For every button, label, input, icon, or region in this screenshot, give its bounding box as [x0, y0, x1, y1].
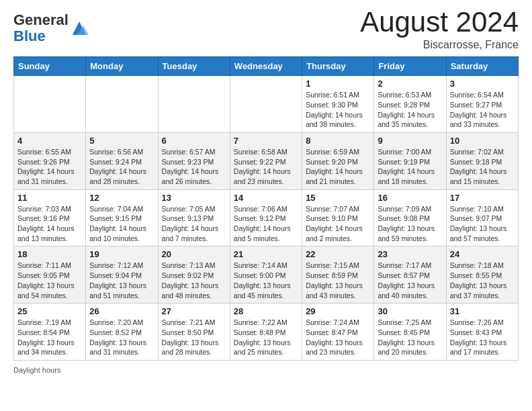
- day-number: 21: [234, 249, 298, 259]
- calendar-cell: 16Sunrise: 7:09 AM Sunset: 9:08 PM Dayli…: [374, 189, 446, 246]
- calendar-cell: 1Sunrise: 6:51 AM Sunset: 9:30 PM Daylig…: [302, 76, 374, 133]
- day-info: Sunrise: 7:11 AM Sunset: 9:05 PM Dayligh…: [17, 261, 82, 300]
- calendar-cell: 30Sunrise: 7:25 AM Sunset: 8:45 PM Dayli…: [374, 304, 446, 361]
- calendar-cell: 28Sunrise: 7:22 AM Sunset: 8:48 PM Dayli…: [230, 304, 302, 361]
- daylight-label: Daylight hours: [13, 366, 60, 374]
- calendar-cell: 3Sunrise: 6:54 AM Sunset: 9:27 PM Daylig…: [446, 76, 518, 133]
- day-number: 16: [378, 193, 442, 203]
- calendar-cell: [14, 76, 86, 133]
- calendar-cell: 10Sunrise: 7:02 AM Sunset: 9:18 PM Dayli…: [446, 132, 518, 189]
- calendar-cell: 11Sunrise: 7:03 AM Sunset: 9:16 PM Dayli…: [14, 189, 86, 246]
- day-info: Sunrise: 6:51 AM Sunset: 9:30 PM Dayligh…: [306, 90, 370, 130]
- day-info: Sunrise: 7:06 AM Sunset: 9:12 PM Dayligh…: [234, 204, 298, 244]
- day-of-week-header: Monday: [86, 57, 158, 76]
- location-title: Biscarrosse, France: [360, 39, 519, 51]
- day-info: Sunrise: 7:07 AM Sunset: 9:10 PM Dayligh…: [306, 204, 370, 244]
- day-number: 13: [162, 193, 226, 203]
- day-number: 27: [162, 306, 226, 316]
- day-info: Sunrise: 7:21 AM Sunset: 8:50 PM Dayligh…: [162, 318, 226, 357]
- calendar-table: SundayMondayTuesdayWednesdayThursdayFrid…: [13, 56, 519, 361]
- calendar-week-row: 25Sunrise: 7:19 AM Sunset: 8:54 PM Dayli…: [14, 304, 519, 361]
- calendar-cell: 14Sunrise: 7:06 AM Sunset: 9:12 PM Dayli…: [230, 189, 302, 246]
- day-info: Sunrise: 7:12 AM Sunset: 9:04 PM Dayligh…: [89, 261, 154, 300]
- day-info: Sunrise: 7:20 AM Sunset: 8:52 PM Dayligh…: [89, 318, 154, 357]
- day-info: Sunrise: 7:14 AM Sunset: 9:00 PM Dayligh…: [234, 261, 298, 300]
- day-number: 17: [450, 193, 515, 203]
- calendar-cell: 5Sunrise: 6:56 AM Sunset: 9:24 PM Daylig…: [86, 132, 158, 189]
- day-of-week-header: Wednesday: [230, 57, 302, 76]
- day-number: 4: [17, 136, 82, 146]
- day-number: 15: [306, 193, 370, 203]
- day-number: 25: [17, 306, 82, 316]
- calendar-cell: 18Sunrise: 7:11 AM Sunset: 9:05 PM Dayli…: [14, 246, 86, 304]
- calendar-cell: 15Sunrise: 7:07 AM Sunset: 9:10 PM Dayli…: [302, 189, 374, 246]
- day-number: 29: [306, 306, 370, 316]
- day-number: 11: [17, 193, 82, 203]
- calendar-cell: 2Sunrise: 6:53 AM Sunset: 9:28 PM Daylig…: [374, 76, 446, 133]
- day-of-week-header: Sunday: [14, 57, 86, 76]
- calendar-cell: [86, 76, 158, 133]
- calendar-week-row: 11Sunrise: 7:03 AM Sunset: 9:16 PM Dayli…: [14, 189, 519, 246]
- day-number: 20: [162, 249, 226, 259]
- calendar-week-row: 4Sunrise: 6:55 AM Sunset: 9:26 PM Daylig…: [14, 132, 519, 189]
- calendar-week-row: 18Sunrise: 7:11 AM Sunset: 9:05 PM Dayli…: [14, 246, 519, 304]
- day-info: Sunrise: 7:19 AM Sunset: 8:54 PM Dayligh…: [17, 318, 82, 357]
- day-info: Sunrise: 7:02 AM Sunset: 9:18 PM Dayligh…: [450, 147, 515, 187]
- day-info: Sunrise: 7:13 AM Sunset: 9:02 PM Dayligh…: [162, 261, 226, 300]
- day-number: 24: [450, 249, 515, 259]
- calendar-header-row: SundayMondayTuesdayWednesdayThursdayFrid…: [14, 57, 519, 76]
- day-of-week-header: Thursday: [302, 57, 374, 76]
- day-number: 18: [17, 249, 82, 259]
- day-number: 2: [378, 79, 442, 89]
- calendar-cell: 4Sunrise: 6:55 AM Sunset: 9:26 PM Daylig…: [14, 132, 86, 189]
- calendar-cell: 31Sunrise: 7:26 AM Sunset: 8:43 PM Dayli…: [446, 304, 518, 361]
- day-number: 1: [306, 79, 370, 89]
- day-info: Sunrise: 7:00 AM Sunset: 9:19 PM Dayligh…: [378, 147, 442, 187]
- day-info: Sunrise: 7:25 AM Sunset: 8:45 PM Dayligh…: [378, 318, 442, 357]
- calendar-cell: 26Sunrise: 7:20 AM Sunset: 8:52 PM Dayli…: [86, 304, 158, 361]
- day-number: 14: [234, 193, 298, 203]
- logo: General Blue: [13, 12, 89, 44]
- day-number: 7: [234, 136, 298, 146]
- calendar-cell: [230, 76, 302, 133]
- calendar-cell: 24Sunrise: 7:18 AM Sunset: 8:55 PM Dayli…: [446, 246, 518, 304]
- day-info: Sunrise: 7:05 AM Sunset: 9:13 PM Dayligh…: [162, 204, 226, 244]
- calendar-cell: 20Sunrise: 7:13 AM Sunset: 9:02 PM Dayli…: [158, 246, 230, 304]
- calendar-cell: 29Sunrise: 7:24 AM Sunset: 8:47 PM Dayli…: [302, 304, 374, 361]
- calendar-cell: 17Sunrise: 7:10 AM Sunset: 9:07 PM Dayli…: [446, 189, 518, 246]
- day-info: Sunrise: 7:17 AM Sunset: 8:57 PM Dayligh…: [378, 261, 442, 300]
- day-info: Sunrise: 7:24 AM Sunset: 8:47 PM Dayligh…: [306, 318, 370, 357]
- day-number: 10: [450, 136, 515, 146]
- day-info: Sunrise: 7:04 AM Sunset: 9:15 PM Dayligh…: [89, 204, 154, 244]
- day-info: Sunrise: 6:55 AM Sunset: 9:26 PM Dayligh…: [17, 147, 82, 187]
- logo-general-text: General: [13, 11, 69, 28]
- day-number: 8: [306, 136, 370, 146]
- day-number: 19: [89, 249, 154, 259]
- calendar-cell: 6Sunrise: 6:57 AM Sunset: 9:23 PM Daylig…: [158, 132, 230, 189]
- day-number: 9: [378, 136, 442, 146]
- day-info: Sunrise: 6:57 AM Sunset: 9:23 PM Dayligh…: [162, 147, 226, 187]
- day-number: 31: [450, 306, 515, 316]
- day-number: 6: [162, 136, 226, 146]
- calendar-cell: 25Sunrise: 7:19 AM Sunset: 8:54 PM Dayli…: [14, 304, 86, 361]
- day-number: 30: [378, 306, 442, 316]
- day-number: 28: [234, 306, 298, 316]
- calendar-cell: 12Sunrise: 7:04 AM Sunset: 9:15 PM Dayli…: [86, 189, 158, 246]
- day-number: 23: [378, 249, 442, 259]
- day-number: 12: [89, 193, 154, 203]
- calendar-cell: 27Sunrise: 7:21 AM Sunset: 8:50 PM Dayli…: [158, 304, 230, 361]
- day-of-week-header: Friday: [374, 57, 446, 76]
- footer: Daylight hours: [13, 366, 519, 374]
- day-info: Sunrise: 7:26 AM Sunset: 8:43 PM Dayligh…: [450, 318, 515, 357]
- calendar-cell: 9Sunrise: 7:00 AM Sunset: 9:19 PM Daylig…: [374, 132, 446, 189]
- day-info: Sunrise: 7:09 AM Sunset: 9:08 PM Dayligh…: [378, 204, 442, 244]
- calendar-cell: [158, 76, 230, 133]
- day-info: Sunrise: 7:18 AM Sunset: 8:55 PM Dayligh…: [450, 261, 515, 300]
- page-header: General Blue August 2024 Biscarrosse, Fr…: [13, 7, 519, 51]
- calendar-cell: 7Sunrise: 6:58 AM Sunset: 9:22 PM Daylig…: [230, 132, 302, 189]
- logo-blue-text: Blue: [13, 28, 46, 44]
- day-info: Sunrise: 7:03 AM Sunset: 9:16 PM Dayligh…: [17, 204, 82, 244]
- day-info: Sunrise: 6:59 AM Sunset: 9:20 PM Dayligh…: [306, 147, 370, 187]
- day-info: Sunrise: 7:15 AM Sunset: 8:59 PM Dayligh…: [306, 261, 370, 300]
- day-info: Sunrise: 7:10 AM Sunset: 9:07 PM Dayligh…: [450, 204, 515, 244]
